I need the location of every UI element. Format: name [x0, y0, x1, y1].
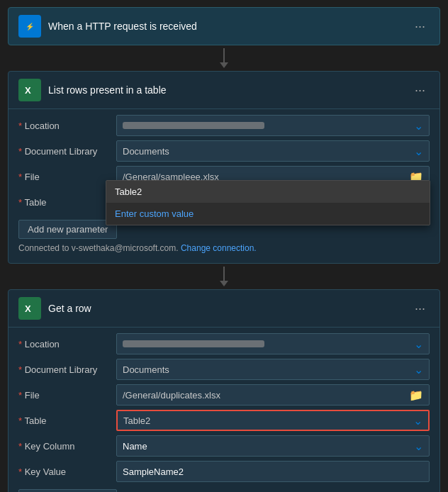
card1-table-label: * Table	[18, 197, 111, 208]
card2-keyvalue-required: *	[18, 466, 22, 477]
card2-doclibrary-row: * Document Library Documents ⌄	[18, 359, 430, 380]
svg-text:⚡: ⚡	[26, 22, 35, 31]
card1-table-required: *	[18, 197, 22, 208]
card1-doclibrary-required: *	[18, 146, 22, 157]
card2-location-input[interactable]: ⌄	[116, 333, 430, 354]
arrow-connector-1	[220, 45, 228, 71]
card2-keyvalue-row: * Key Value SampleName2	[18, 461, 430, 482]
card1-location-label: * Location	[18, 121, 111, 131]
card2-location-chevron: ⌄	[414, 337, 423, 351]
card1-table-dropdown: Table2 Enter custom value	[106, 180, 430, 225]
card2-keyvalue-input[interactable]: SampleName2	[116, 461, 430, 482]
card2-table-label: * Table	[18, 415, 111, 426]
card2-location-required: *	[18, 339, 22, 350]
card1-doclibrary-chevron: ⌄	[414, 145, 423, 158]
arrow-line-2	[223, 267, 225, 281]
flow-container: ⚡ When a HTTP request is received ··· X …	[7, 7, 441, 492]
card2-addparam-chevron: ⌄	[416, 490, 430, 493]
arrow-line-1	[223, 48, 225, 62]
card1-file-label: * File	[18, 172, 111, 182]
card1-file-required: *	[18, 172, 22, 182]
card2-addparam-row: Add new parameter ⌄	[18, 486, 430, 492]
card1-location-chevron: ⌄	[414, 119, 423, 133]
card1-location-blurred	[123, 122, 264, 129]
card2-location-row: * Location ⌄	[18, 333, 430, 354]
card2: X Get a row ··· * Location ⌄	[8, 289, 440, 492]
card1-title: List rows present in a table	[48, 84, 403, 96]
card2-file-label: * File	[18, 390, 111, 401]
card2-keycolumn-required: *	[18, 441, 22, 452]
card2-location-label: * Location	[18, 339, 111, 350]
card2-keycolumn-chevron: ⌄	[414, 440, 423, 453]
card1-location-required: *	[18, 121, 22, 131]
card2-table-chevron: ⌄	[413, 414, 422, 427]
card1-add-param-button[interactable]: Add new parameter	[18, 220, 117, 239]
trigger-icon: ⚡	[18, 15, 41, 38]
trigger-more-button[interactable]: ···	[410, 18, 430, 34]
card1-dropdown-table2-item[interactable]: Table2	[106, 181, 430, 203]
card2-doclibrary-input[interactable]: Documents ⌄	[116, 359, 430, 380]
card1-doclibrary-label: * Document Library	[18, 146, 111, 157]
card2-more-button[interactable]: ···	[410, 301, 430, 316]
card1-change-connection-link[interactable]: Change connection.	[181, 243, 257, 253]
card2-table-input[interactable]: Table2 ⌄	[116, 410, 430, 431]
card1-connection-info: Connected to v-swethaka@microsoft.com. C…	[18, 243, 430, 256]
trigger-card: ⚡ When a HTTP request is received ···	[8, 7, 440, 45]
svg-text:X: X	[25, 303, 31, 314]
card2-header: X Get a row ···	[9, 290, 439, 328]
card1-doclibrary-input[interactable]: Documents ⌄	[116, 140, 430, 162]
arrow-head-1	[220, 62, 228, 68]
card2-doclibrary-required: *	[18, 364, 22, 375]
card2-file-row: * File /General/duplicates.xlsx 📁	[18, 384, 430, 406]
card2-doclibrary-chevron: ⌄	[414, 363, 423, 376]
arrow-head-2	[220, 281, 228, 286]
card2-add-param-button[interactable]: Add new parameter	[18, 489, 117, 492]
card2-wrapper: X Get a row ··· * Location ⌄	[8, 289, 440, 492]
card2-title: Get a row	[48, 303, 403, 314]
card1-header: X List rows present in a table ···	[9, 72, 439, 109]
card1-dropdown-custom-value[interactable]: Enter custom value	[106, 203, 430, 225]
card2-file-folder-icon: 📁	[409, 388, 423, 402]
card2-file-required: *	[18, 390, 22, 401]
card2-body: * Location ⌄ * Document Library D	[9, 328, 439, 492]
card2-table-required: *	[18, 415, 22, 426]
card2-excel-icon: X	[18, 297, 41, 320]
arrow-connector-2	[220, 264, 228, 289]
card1-doclibrary-row: * Document Library Documents ⌄	[18, 140, 430, 162]
card1-excel-icon: X	[18, 79, 41, 101]
trigger-title: When a HTTP request is received	[48, 21, 403, 32]
card2-keycolumn-row: * Key Column Name ⌄	[18, 435, 430, 457]
card2-keycolumn-input[interactable]: Name ⌄	[116, 435, 430, 457]
card2-table-row: * Table Table2 ⌄	[18, 410, 430, 431]
card1-more-button[interactable]: ···	[410, 82, 430, 98]
card2-file-input[interactable]: /General/duplicates.xlsx 📁	[116, 384, 430, 406]
card2-doclibrary-label: * Document Library	[18, 364, 111, 375]
card1-location-row: * Location ⌄	[18, 115, 430, 136]
card2-location-blurred	[123, 340, 264, 347]
card1-location-input[interactable]: ⌄	[116, 115, 430, 136]
card2-keyvalue-label: * Key Value	[18, 466, 111, 477]
card1-wrapper: X List rows present in a table ··· * Loc…	[8, 71, 440, 264]
card2-keycolumn-label: * Key Column	[18, 441, 111, 452]
svg-text:X: X	[25, 85, 31, 96]
card1: X List rows present in a table ··· * Loc…	[8, 71, 440, 264]
